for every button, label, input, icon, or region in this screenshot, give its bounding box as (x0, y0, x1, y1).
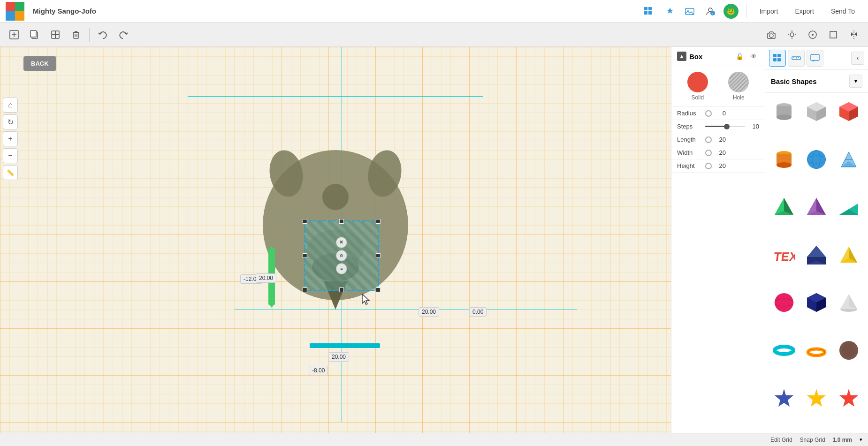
shape-grey-cylinder[interactable] (769, 97, 799, 127)
zoom-out-button[interactable]: − (3, 148, 18, 163)
delete-shape-btn[interactable]: ✕ (336, 237, 347, 248)
import-button[interactable]: Import (752, 5, 786, 18)
panel-title: Box (689, 53, 731, 60)
shape-blue-mesh[interactable] (834, 144, 864, 174)
steps-slider[interactable] (705, 126, 745, 127)
group-button[interactable] (46, 25, 65, 44)
height-value: 20 (715, 162, 726, 169)
camera-button[interactable] (762, 25, 781, 44)
steps-label: Steps (677, 123, 705, 130)
shapes-prev-button[interactable]: ‹ (851, 52, 864, 65)
pen-button[interactable] (803, 25, 822, 44)
handle-tl[interactable] (303, 219, 307, 224)
width-radio[interactable] (705, 150, 712, 156)
mirror-button[interactable] (845, 25, 863, 44)
shape-orange-torus[interactable] (801, 335, 831, 365)
svg-point-62 (777, 162, 792, 168)
svg-rect-41 (773, 54, 777, 57)
radius-radio[interactable] (705, 110, 712, 117)
user-button[interactable]: + (701, 2, 720, 21)
length-value: 20 (715, 136, 726, 143)
ruler-button[interactable]: 📏 (3, 165, 18, 180)
new-shape-button[interactable] (5, 25, 23, 44)
topbar: Mighty Sango-Jofo + 🐸 Import Export Send… (0, 0, 868, 23)
grid-icon-button[interactable] (769, 50, 786, 67)
pointer-button[interactable] (783, 25, 801, 44)
grid-view-button[interactable] (639, 2, 658, 21)
rotate-shape-btn[interactable]: ⊙ (336, 250, 347, 261)
shape-yellow-star[interactable] (801, 383, 831, 413)
handle-bl[interactable] (303, 287, 307, 292)
gallery-button[interactable] (680, 2, 699, 21)
shape-teal-torus[interactable] (769, 335, 799, 365)
solid-circle (687, 72, 708, 92)
shape-red-star[interactable] (834, 383, 864, 413)
selected-shape-box[interactable]: ✕ ⊙ ≡ (304, 220, 379, 291)
send-to-button[interactable]: Send To (823, 5, 862, 18)
redo-button[interactable] (114, 25, 133, 44)
snap-grid-label: Snap Grid (800, 437, 825, 443)
svg-rect-3 (648, 11, 652, 15)
shape-blue-prism[interactable] (801, 240, 831, 270)
shape-orange-cylinder[interactable] (769, 144, 799, 174)
shape-blue-star[interactable] (769, 383, 799, 413)
ruler-icon-button[interactable] (788, 50, 805, 67)
shape-yellow-pyramid[interactable] (834, 240, 864, 270)
shape-purple-pyramid[interactable] (801, 192, 831, 222)
handle-ml[interactable] (303, 253, 307, 258)
svg-point-98 (842, 344, 855, 357)
shape-red-box[interactable] (834, 97, 864, 127)
svg-point-36 (322, 184, 349, 210)
hole-circle (728, 72, 749, 92)
home-view-button[interactable]: ⌂ (3, 98, 18, 113)
chat-icon-button[interactable] (807, 50, 823, 67)
panel-visibility-button[interactable]: 👁 (748, 51, 759, 62)
rotate-view-button[interactable]: ↻ (3, 114, 18, 129)
shape-teal-wedge[interactable] (834, 192, 864, 222)
shape-navy-cube[interactable] (801, 287, 831, 317)
export-button[interactable]: Export (787, 5, 821, 18)
shape-green-pyramid[interactable] (769, 192, 799, 222)
main-content: ⌂ ↻ + − 📏 BACK (0, 47, 868, 433)
height-radio[interactable] (705, 163, 712, 169)
panel-lock-button[interactable]: 🔒 (734, 51, 745, 62)
snap-dropdown-button[interactable]: ▾ (860, 437, 862, 443)
avatar-button[interactable]: 🐸 (722, 2, 740, 21)
handle-mr[interactable] (376, 253, 381, 258)
shape-brown-sphere[interactable] (834, 335, 864, 365)
logo (6, 2, 24, 21)
svg-point-28 (812, 34, 814, 36)
shape-grey-cube[interactable] (801, 97, 831, 127)
shapes-dropdown-button[interactable]: ▾ (849, 75, 862, 88)
svg-marker-31 (851, 32, 853, 36)
svg-rect-44 (777, 58, 781, 61)
delete-button[interactable] (67, 25, 85, 44)
more-options-btn[interactable]: ≡ (336, 263, 347, 274)
shape-button[interactable] (824, 25, 843, 44)
svg-point-63 (807, 150, 826, 169)
back-button[interactable]: BACK (23, 56, 56, 71)
solid-option[interactable]: Solid (687, 72, 708, 101)
svg-point-22 (790, 33, 794, 37)
handle-br[interactable] (376, 287, 381, 292)
svg-rect-1 (648, 7, 652, 10)
shape-blue-sphere[interactable] (801, 144, 831, 174)
shapes-title: Basic Shapes (771, 77, 849, 85)
svg-point-52 (777, 114, 792, 120)
handle-bm[interactable] (339, 287, 344, 292)
panel-collapse-button[interactable]: ▲ (677, 52, 686, 61)
undo-button[interactable] (93, 25, 112, 44)
copy-button[interactable] (25, 25, 44, 44)
zoom-in-button[interactable]: + (3, 131, 18, 146)
hole-option[interactable]: Hole (728, 72, 749, 101)
canvas-area[interactable]: ⌂ ↻ + − 📏 BACK (0, 47, 671, 433)
shape-pink-sphere[interactable] (769, 287, 799, 317)
shape-text-red[interactable]: TEXT (769, 240, 799, 270)
handle-tm[interactable] (339, 219, 344, 224)
tools-button[interactable] (660, 2, 678, 21)
shapes-grid: TEXT (765, 93, 868, 433)
handle-tr[interactable] (376, 219, 381, 224)
shape-white-cone[interactable] (834, 287, 864, 317)
length-radio[interactable] (705, 136, 712, 143)
snap-value: 1.0 mm (833, 437, 852, 443)
